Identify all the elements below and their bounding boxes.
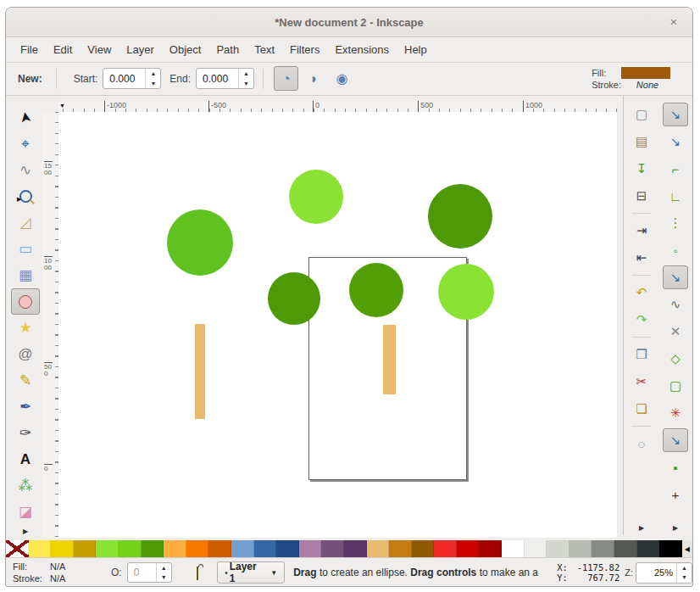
end-value[interactable]: 0.000 xyxy=(197,69,238,88)
opacity-value[interactable]: 0 xyxy=(128,563,156,582)
start-spinbox[interactable]: 0.000 ▲▼ xyxy=(103,68,161,89)
snap-bbox-centers-button[interactable]: ◦ xyxy=(663,238,688,262)
palette-swatch[interactable] xyxy=(96,540,119,557)
zoom-tool-button[interactable] xyxy=(11,183,40,209)
opacity-spinbox[interactable]: 0 ▲▼ xyxy=(127,562,172,583)
rectangle-tool-button[interactable]: ▭ xyxy=(11,236,40,262)
palette-swatch[interactable] xyxy=(614,540,637,557)
snap-object-centers-button[interactable]: ▪ xyxy=(663,455,688,479)
zoom-value[interactable]: 25% xyxy=(636,563,676,583)
node-tool-button[interactable]: ⌖ xyxy=(11,131,40,157)
palette-swatch[interactable] xyxy=(51,540,74,557)
new-document-button[interactable]: ▢ xyxy=(629,103,654,126)
snap-others-button[interactable]: ↘ xyxy=(663,428,688,452)
snap-bbox-edges-button[interactable]: ⌐ xyxy=(663,157,688,181)
pencil-tool-button[interactable]: ✎ xyxy=(11,367,40,394)
menu-item-text[interactable]: Text xyxy=(247,40,282,59)
palette-swatch[interactable] xyxy=(74,540,97,557)
arc-mode-arc-button[interactable]: ◗ xyxy=(302,66,326,91)
menu-item-object[interactable]: Object xyxy=(162,40,209,59)
snap-cusp-nodes-button[interactable]: ◇ xyxy=(663,347,688,371)
snap-bounding-box-button[interactable]: ↘ xyxy=(663,130,688,154)
pen-tool-button[interactable]: ✒ xyxy=(11,394,40,420)
start-spin-down-icon[interactable]: ▼ xyxy=(146,79,160,89)
undo-button[interactable]: ↶ xyxy=(629,281,654,304)
palette-swatch[interactable] xyxy=(231,540,254,557)
layer-selector[interactable]: • Layer 1 ▼ xyxy=(217,561,285,584)
palette-swatch[interactable] xyxy=(637,540,660,557)
zoom-spin-up-icon[interactable]: ▲ xyxy=(677,563,692,573)
spray-tool-button[interactable]: ⁂ xyxy=(11,472,40,499)
snap-nodes-button[interactable]: ↘ xyxy=(663,265,688,289)
zoom-drawing-button[interactable]: ◌ xyxy=(629,432,654,455)
snap-bbox-edge-midpoints-button[interactable]: ⋮ xyxy=(663,211,688,235)
palette-swatch[interactable] xyxy=(457,540,480,557)
ellipse-shape[interactable] xyxy=(428,184,492,249)
palette-swatch[interactable] xyxy=(525,540,547,557)
snap-path-intersections-button[interactable]: ✕ xyxy=(663,320,688,343)
ellipse-shape[interactable] xyxy=(289,170,343,224)
rect-shape[interactable] xyxy=(195,324,205,419)
layer-visibility-icon[interactable] xyxy=(180,567,190,578)
drawing-canvas[interactable] xyxy=(58,112,617,538)
ellipse-tool-button[interactable] xyxy=(11,288,40,315)
palette-swatch[interactable] xyxy=(569,540,592,557)
snap-midpoints-button[interactable]: ✳ xyxy=(663,401,688,425)
palette-swatch[interactable] xyxy=(479,540,502,557)
palette-swatch[interactable] xyxy=(254,540,277,557)
close-icon[interactable]: × xyxy=(667,15,681,29)
fill-stroke-indicator[interactable]: Fill: Stroke: None xyxy=(592,67,674,90)
menu-item-edit[interactable]: Edit xyxy=(46,40,80,59)
ellipse-shape[interactable] xyxy=(349,263,403,317)
tweak-tool-button[interactable]: ∿ xyxy=(11,157,40,183)
palette-swatch[interactable] xyxy=(119,540,142,557)
fill-color-swatch[interactable] xyxy=(621,67,670,79)
menu-item-layer[interactable]: Layer xyxy=(119,40,162,59)
snap-page-grid-button[interactable]: + xyxy=(663,483,688,506)
rect-shape[interactable] xyxy=(383,325,396,394)
snap-col-expander-icon[interactable]: ▶ xyxy=(673,524,678,532)
menu-item-view[interactable]: View xyxy=(80,40,119,59)
menu-item-path[interactable]: Path xyxy=(208,40,247,59)
fill-stroke-status[interactable]: Fill: N/A Stroke: N/A xyxy=(13,561,79,584)
menu-item-extensions[interactable]: Extensions xyxy=(327,40,397,59)
menu-item-help[interactable]: Help xyxy=(397,40,435,59)
menu-item-file[interactable]: File xyxy=(13,40,46,59)
palette-swatch[interactable] xyxy=(29,540,52,557)
ellipse-shape[interactable] xyxy=(268,272,320,325)
arc-mode-whole-button[interactable]: ◉ xyxy=(330,66,354,91)
palette-swatch[interactable] xyxy=(547,540,569,557)
start-value[interactable]: 0.000 xyxy=(103,69,145,88)
opacity-spin-down-icon[interactable]: ▼ xyxy=(157,572,171,582)
palette-scroll-left-icon[interactable]: ◀ xyxy=(682,540,692,557)
spiral-tool-button[interactable]: @ xyxy=(11,341,40,367)
open-document-button[interactable]: ▤ xyxy=(629,130,654,154)
stroke-value[interactable]: None xyxy=(621,80,674,90)
end-spin-up-icon[interactable]: ▲ xyxy=(239,69,253,79)
palette-swatch[interactable] xyxy=(186,540,209,557)
paste-button[interactable]: ❏ xyxy=(629,397,654,421)
start-spin-up-icon[interactable]: ▲ xyxy=(146,69,160,79)
redo-button[interactable]: ↷ xyxy=(629,308,654,332)
horizontal-ruler[interactable]: ▼ -1000-50005001000 xyxy=(58,101,617,113)
ellipse-shape[interactable] xyxy=(438,264,494,320)
calligraphy-tool-button[interactable]: ✑ xyxy=(11,420,40,446)
palette-swatch[interactable] xyxy=(592,540,614,557)
arc-mode-slice-button[interactable]: ◔ xyxy=(274,66,298,91)
palette-swatch[interactable] xyxy=(321,540,344,557)
snap-smooth-nodes-button[interactable]: ▢ xyxy=(663,374,688,398)
zoom-spin-down-icon[interactable]: ▼ xyxy=(677,572,692,583)
palette-swatch[interactable] xyxy=(434,540,457,557)
snap-bbox-corners-button[interactable]: ∟ xyxy=(663,184,688,208)
measure-tool-button[interactable]: ◿ xyxy=(11,209,40,236)
palette-swatch[interactable] xyxy=(412,540,435,557)
title-bar[interactable]: *New document 2 - Inkscape × xyxy=(6,8,692,37)
export-image-button[interactable]: ⇤ xyxy=(629,246,654,270)
text-tool-button[interactable]: A xyxy=(11,446,40,472)
palette-swatch[interactable] xyxy=(344,540,367,557)
palette-swatch[interactable] xyxy=(389,540,412,557)
ellipse-shape[interactable] xyxy=(167,209,233,276)
palette-swatch[interactable] xyxy=(367,540,390,557)
palette-swatch[interactable] xyxy=(502,540,525,557)
save-document-button[interactable]: ↧ xyxy=(629,157,654,181)
